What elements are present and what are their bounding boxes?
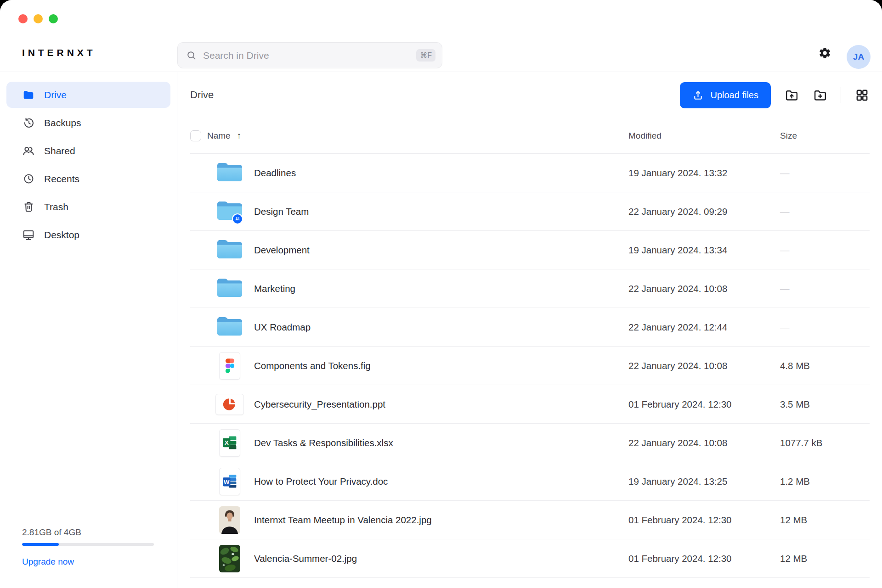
table-row[interactable]: UX Roadmap 22 January 2024. 12:44 — bbox=[190, 308, 870, 347]
file-modified-date: 22 January 2024. 12:44 bbox=[628, 322, 727, 332]
file-name: Design Team bbox=[254, 206, 309, 217]
file-table-body: Deadlines 19 January 2024. 13:32 — bbox=[190, 154, 870, 578]
close-window-button[interactable] bbox=[18, 14, 28, 23]
select-all-checkbox[interactable] bbox=[190, 130, 201, 141]
storage-section: 2.81GB of 4GB Upgrade now bbox=[22, 527, 154, 567]
sidebar-item-label: Drive bbox=[44, 90, 67, 101]
upload-files-button[interactable]: Upload files bbox=[680, 82, 771, 108]
trash-icon bbox=[23, 201, 35, 213]
top-bar: INTERNXT ⌘F JA bbox=[0, 0, 882, 72]
sidebar-item-shared[interactable]: Shared bbox=[6, 138, 170, 164]
settings-button[interactable] bbox=[817, 45, 832, 61]
gear-icon bbox=[818, 46, 831, 60]
file-name: UX Roadmap bbox=[254, 322, 311, 333]
user-avatar[interactable]: JA bbox=[847, 45, 871, 69]
file-modified-date: 01 February 2024. 12:30 bbox=[628, 399, 732, 409]
column-header-modified[interactable]: Modified bbox=[628, 131, 662, 140]
zoom-window-button[interactable] bbox=[49, 14, 58, 23]
file-modified-date: 19 January 2024. 13:32 bbox=[628, 168, 727, 178]
shared-badge-icon bbox=[232, 213, 243, 224]
table-row[interactable]: X Dev Tasks & Responsibilities.xlsx 22 J… bbox=[190, 424, 870, 462]
file-modified-date: 19 January 2024. 13:25 bbox=[628, 476, 727, 487]
sidebar-item-trash[interactable]: Trash bbox=[6, 194, 170, 220]
grid-view-icon bbox=[855, 89, 869, 102]
file-size: 1.2 MB bbox=[780, 476, 810, 487]
minimize-window-button[interactable] bbox=[34, 14, 43, 23]
backups-history-icon bbox=[23, 117, 35, 129]
file-size: — bbox=[780, 245, 790, 255]
table-row[interactable]: Development 19 January 2024. 13:34 — bbox=[190, 231, 870, 269]
table-row[interactable]: Design Team 22 January 2024. 09:29 — bbox=[190, 192, 870, 231]
svg-text:W: W bbox=[224, 479, 230, 486]
file-name: How to Protect Your Privacy.doc bbox=[254, 476, 388, 487]
table-row[interactable]: Deadlines 19 January 2024. 13:32 — bbox=[190, 154, 870, 192]
file-size: 12 MB bbox=[780, 515, 807, 525]
sidebar-nav: Drive Backups Shared bbox=[0, 72, 177, 248]
excel-file-icon: X bbox=[219, 429, 240, 457]
search-input[interactable] bbox=[203, 50, 416, 61]
column-header-name[interactable]: Name bbox=[207, 131, 231, 141]
sidebar-item-recents[interactable]: Recents bbox=[6, 166, 170, 192]
folder-icon bbox=[216, 315, 243, 340]
word-file-icon: W bbox=[219, 468, 240, 495]
folder-icon bbox=[216, 276, 243, 301]
table-row[interactable]: W How to Protect Your Privacy.doc 19 Jan… bbox=[190, 462, 870, 501]
sidebar: Drive Backups Shared bbox=[0, 72, 177, 588]
file-modified-date: 22 January 2024. 09:29 bbox=[628, 206, 727, 217]
toolbar-actions: Upload files bbox=[680, 82, 870, 108]
column-header-size[interactable]: Size bbox=[780, 131, 797, 140]
window-controls bbox=[18, 14, 58, 23]
file-size: 12 MB bbox=[780, 553, 807, 564]
upgrade-now-link[interactable]: Upgrade now bbox=[22, 557, 154, 567]
file-modified-date: 22 January 2024. 10:08 bbox=[628, 437, 727, 448]
sort-ascending-icon[interactable]: ↑ bbox=[237, 131, 242, 141]
file-name: Development bbox=[254, 245, 310, 256]
storage-usage-label: 2.81GB of 4GB bbox=[22, 527, 154, 538]
sidebar-item-label: Desktop bbox=[44, 230, 79, 241]
file-modified-date: 01 February 2024. 12:30 bbox=[628, 553, 732, 564]
sidebar-item-backups[interactable]: Backups bbox=[6, 110, 170, 136]
sidebar-item-label: Backups bbox=[44, 118, 81, 129]
grid-view-button[interactable] bbox=[854, 87, 870, 103]
create-folder-button[interactable] bbox=[812, 87, 828, 103]
internxt-logo: INTERNXT bbox=[22, 47, 96, 58]
folder-icon bbox=[216, 161, 243, 185]
file-size: — bbox=[780, 206, 790, 217]
app-window: INTERNXT ⌘F JA Drive bbox=[0, 0, 882, 588]
file-name: Valencia-Summer-02.jpg bbox=[254, 553, 357, 564]
toolbar: Drive Upload files bbox=[190, 72, 870, 118]
file-modified-date: 01 February 2024. 12:30 bbox=[628, 515, 732, 525]
photo-thumbnail-person bbox=[219, 506, 240, 534]
photo-thumbnail-leaves bbox=[219, 545, 240, 572]
main-content: Drive Upload files bbox=[178, 72, 882, 588]
folder-plus-icon bbox=[813, 88, 827, 102]
search-bar[interactable]: ⌘F bbox=[177, 42, 442, 68]
figma-file-icon bbox=[219, 352, 240, 380]
table-row[interactable]: Marketing 22 January 2024. 10:08 — bbox=[190, 269, 870, 308]
table-header: Name ↑ Modified Size bbox=[190, 118, 870, 154]
file-name: Dev Tasks & Responsibilities.xlsx bbox=[254, 437, 393, 448]
sidebar-item-label: Trash bbox=[44, 202, 68, 213]
table-row[interactable]: Valencia-Summer-02.jpg 01 February 2024.… bbox=[190, 539, 870, 578]
file-size: 3.5 MB bbox=[780, 399, 810, 409]
sidebar-item-drive[interactable]: Drive bbox=[6, 82, 170, 108]
sidebar-item-label: Recents bbox=[44, 174, 79, 185]
upload-folder-button[interactable] bbox=[784, 87, 799, 103]
table-row[interactable]: Components and Tokens.fig 22 January 202… bbox=[190, 347, 870, 385]
file-modified-date: 22 January 2024. 10:08 bbox=[628, 360, 727, 371]
drive-folder-icon bbox=[22, 89, 35, 101]
shared-folder-icon bbox=[216, 199, 243, 224]
table-row[interactable]: Internxt Team Meetup in Valencia 2022.jp… bbox=[190, 501, 870, 539]
file-name: Deadlines bbox=[254, 168, 296, 179]
powerpoint-file-icon bbox=[215, 394, 244, 415]
file-size: — bbox=[780, 322, 790, 332]
folder-upload-icon bbox=[785, 88, 799, 102]
folder-icon bbox=[216, 238, 243, 263]
table-row[interactable]: Cybersecurity_Presentation.ppt 01 Februa… bbox=[190, 385, 870, 424]
file-size: 4.8 MB bbox=[780, 360, 810, 371]
file-name: Components and Tokens.fig bbox=[254, 360, 371, 371]
file-name: Cybersecurity_Presentation.ppt bbox=[254, 399, 385, 410]
storage-progress-bar bbox=[22, 543, 154, 546]
sidebar-item-desktop[interactable]: Desktop bbox=[6, 222, 170, 248]
toolbar-divider bbox=[841, 87, 841, 103]
